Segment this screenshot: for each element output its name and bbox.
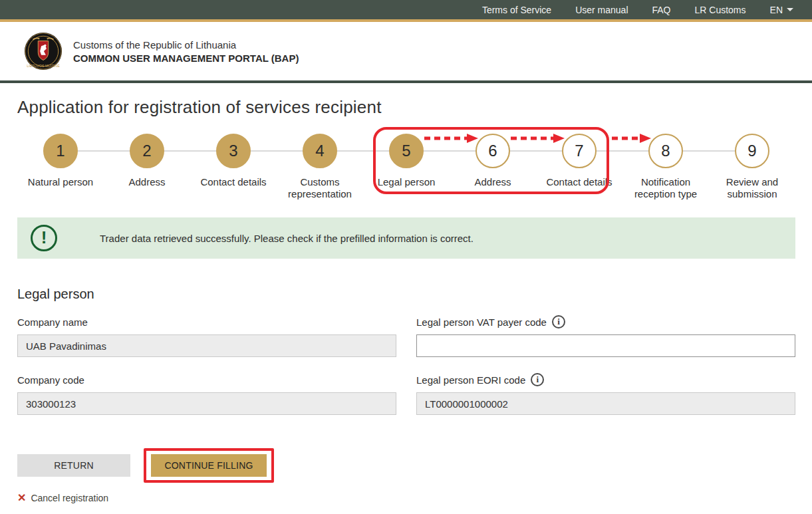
- wizard-step-2-address[interactable]: 2 Address: [104, 134, 190, 200]
- step-label: Legal person: [378, 176, 436, 188]
- main-content: Application for registration of services…: [0, 97, 812, 503]
- page-title: Application for registration of services…: [17, 97, 795, 118]
- step-circle: 6: [475, 134, 510, 168]
- eori-code-label: Legal person EORI code: [416, 374, 525, 386]
- step-label: Contact details: [546, 176, 612, 188]
- app-header: LIETUVOS MUITINĖ Customs of the Republic…: [0, 22, 812, 83]
- wizard-step-9-review-and-submission[interactable]: 9 Review and submission: [709, 134, 795, 200]
- step-circle: 5: [389, 134, 424, 168]
- field-vat-payer-code: Legal person VAT payer code i: [416, 315, 795, 357]
- step-label: Review and submission: [712, 176, 792, 200]
- top-nav-bar: Terms of Service User manual FAQ LR Cust…: [0, 0, 812, 22]
- wizard-step-8-notification-reception-type[interactable]: 8 Notification reception type: [622, 134, 709, 200]
- section-title-legal-person: Legal person: [17, 287, 795, 302]
- company-name-label: Company name: [17, 315, 396, 328]
- nav-lr-customs[interactable]: LR Customs: [695, 5, 746, 15]
- portal-name: COMMON USER MANAGEMENT PORTAL (BAP): [73, 53, 299, 64]
- step-label: Contact details: [200, 176, 266, 188]
- wizard-step-5-legal-person[interactable]: 5 Legal person: [363, 134, 450, 200]
- customs-logo-icon: LIETUVOS MUITINĖ: [24, 32, 63, 70]
- info-icon[interactable]: i: [552, 315, 565, 328]
- step-label: Notification reception type: [626, 176, 706, 200]
- company-name-input: [17, 334, 396, 357]
- success-alert: ! Trader data retrieved successfully. Pl…: [17, 217, 795, 259]
- cancel-x-icon: ✕: [17, 493, 26, 503]
- field-eori-code: Legal person EORI code i: [416, 373, 795, 415]
- step-label: Customs representation: [280, 176, 360, 200]
- step-wizard: 1 Natural person 2 Address 3 Contact det…: [17, 127, 795, 207]
- vat-code-input[interactable]: [416, 334, 795, 357]
- return-button[interactable]: RETURN: [17, 454, 130, 477]
- wizard-step-3-contact-details[interactable]: 3 Contact details: [190, 134, 277, 200]
- company-code-label: Company code: [17, 373, 396, 386]
- step-circle: 2: [130, 134, 164, 168]
- wizard-step-6-address[interactable]: 6 Address: [450, 134, 536, 200]
- eori-code-input: [416, 392, 795, 415]
- continue-filling-button[interactable]: CONTINUE FILLING: [151, 454, 267, 477]
- cancel-registration-label: Cancel registration: [31, 493, 108, 503]
- field-company-name: Company name: [17, 315, 396, 357]
- step-circle: 8: [648, 134, 683, 168]
- language-label: EN: [770, 5, 783, 15]
- language-selector[interactable]: EN: [770, 5, 793, 15]
- nav-user-manual[interactable]: User manual: [575, 5, 628, 15]
- caret-down-icon: [787, 8, 793, 11]
- step-circle: 9: [735, 134, 769, 168]
- field-company-code: Company code: [17, 373, 396, 415]
- info-icon[interactable]: i: [531, 373, 544, 386]
- form-actions: RETURN CONTINUE FILLING: [17, 448, 795, 483]
- wizard-step-1-natural-person[interactable]: 1 Natural person: [17, 134, 104, 200]
- step-label: Address: [128, 176, 165, 188]
- step-circle: 4: [303, 134, 337, 168]
- nav-faq[interactable]: FAQ: [652, 5, 671, 15]
- annotation-box-continue-button: CONTINUE FILLING: [144, 448, 274, 483]
- legal-person-form: Company name Legal person VAT payer code…: [17, 315, 795, 415]
- wizard-step-4-customs-representation[interactable]: 4 Customs representation: [277, 134, 363, 200]
- step-label: Address: [474, 176, 511, 188]
- svg-text:LIETUVOS MUITINĖ: LIETUVOS MUITINĖ: [27, 64, 60, 68]
- step-circle: 1: [43, 134, 78, 168]
- org-name: Customs of the Republic of Lithuania: [73, 39, 299, 51]
- step-circle: 7: [562, 134, 597, 168]
- step-circle: 3: [216, 134, 251, 168]
- alert-message: Trader data retrieved successfully. Plea…: [100, 233, 474, 244]
- vat-code-label: Legal person VAT payer code: [416, 317, 547, 328]
- wizard-step-7-contact-details[interactable]: 7 Contact details: [536, 134, 622, 200]
- exclamation-circle-icon: !: [31, 225, 57, 251]
- step-label: Natural person: [28, 176, 93, 188]
- nav-terms-of-service[interactable]: Terms of Service: [482, 5, 551, 15]
- company-code-input: [17, 392, 396, 415]
- cancel-registration-link[interactable]: ✕ Cancel registration: [17, 493, 108, 503]
